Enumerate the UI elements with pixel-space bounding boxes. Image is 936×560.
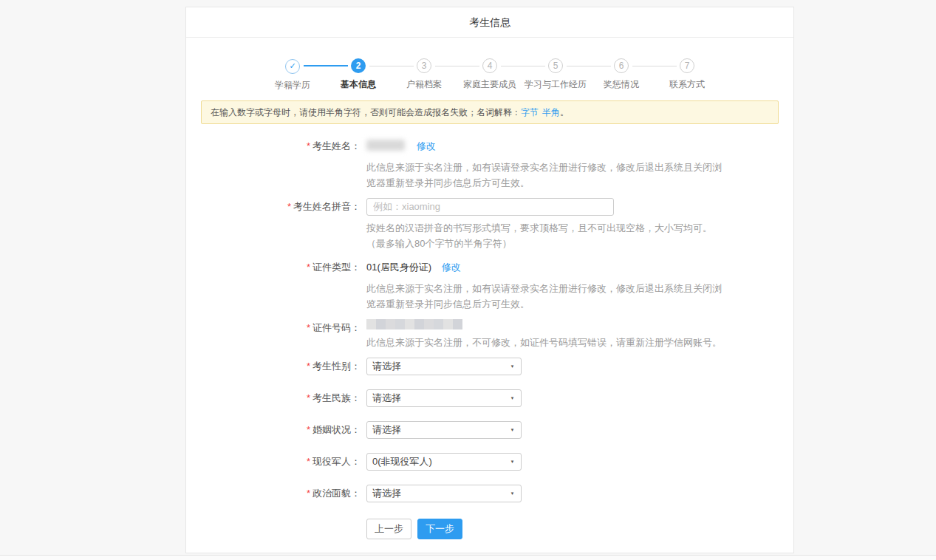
field-ethnicity: *考生民族： 请选择	[201, 389, 779, 407]
gender-select-wrapper: 请选择	[366, 358, 522, 375]
political-status-label: *政治面貌：	[201, 485, 361, 502]
step-3-huji-dangan: 3 户籍档案	[392, 58, 457, 92]
ethnicity-label: *考生民族：	[201, 389, 361, 407]
marital-status-label: *婚姻状况：	[201, 421, 361, 439]
marital-status-select[interactable]: 请选择	[366, 421, 522, 439]
previous-step-button[interactable]: 上一步	[366, 519, 411, 539]
required-mark: *	[307, 140, 310, 151]
field-id-number: *证件号码： 此信息来源于实名注册，不可修改，如证件号码填写错误，请重新注册学信…	[201, 319, 779, 350]
name-pinyin-input[interactable]	[366, 198, 614, 216]
step-7-contact: 7 联系方式	[655, 58, 720, 92]
required-mark: *	[287, 201, 291, 212]
required-mark: *	[307, 456, 310, 467]
step-3-number: 3	[417, 58, 431, 73]
step-1-xueji-xueli: ✓ 学籍学历	[260, 58, 326, 92]
step-4-number: 4	[482, 58, 497, 73]
notice-suffix: 。	[560, 107, 569, 117]
id-type-label: *证件类型：	[201, 259, 361, 312]
military-select-wrapper: 0(非现役军人)	[366, 453, 522, 471]
required-mark: *	[307, 361, 310, 372]
id-type-value: 01(居民身份证)	[366, 262, 431, 273]
marital-select-wrapper: 请选择	[366, 421, 522, 439]
gender-select[interactable]: 请选择	[366, 358, 522, 375]
notice-text: 在输入数字或字母时，请使用半角字符，否则可能会造成报名失败；名词解释：	[211, 107, 521, 117]
ethnicity-select[interactable]: 请选择	[366, 389, 522, 407]
footer-divider	[0, 555, 936, 560]
halfwidth-glossary-link[interactable]: 半角	[542, 107, 560, 117]
form-actions: 上一步 下一步	[366, 519, 779, 539]
panel-body: ✓ 学籍学历 2 基本信息 3 户籍档案 4 家庭主要成员 5 学习与工作经历 …	[186, 58, 793, 553]
masked-id-number	[366, 319, 462, 329]
step-label: 学籍学历	[260, 79, 326, 92]
required-mark: *	[307, 488, 310, 499]
id-number-help: 此信息来源于实名注册，不可修改，如证件号码填写错误，请重新注册学信网账号。	[366, 335, 722, 350]
halfwidth-warning-bar: 在输入数字或字母时，请使用半角字符，否则可能会造成报名失败；名词解释：字节半角。	[201, 100, 779, 124]
ethnicity-select-wrapper: 请选择	[366, 389, 522, 407]
step-label: 家庭主要成员	[457, 78, 523, 91]
step-label: 基本信息	[326, 78, 392, 91]
byte-glossary-link[interactable]: 字节	[521, 107, 539, 117]
candidate-name-label: *考生姓名：	[201, 137, 361, 191]
candidate-name-help: 此信息来源于实名注册，如有误请登录实名注册进行修改，修改后退出系统且关闭浏览器重…	[366, 160, 730, 191]
step-label: 户籍档案	[392, 78, 457, 91]
field-candidate-name: *考生姓名： 修改 此信息来源于实名注册，如有误请登录实名注册进行修改，修改后退…	[201, 137, 779, 191]
candidate-info-panel: 考生信息 ✓ 学籍学历 2 基本信息 3 户籍档案 4 家庭主要成员 5 学习与…	[185, 7, 794, 553]
step-6-number: 6	[614, 58, 629, 73]
basic-info-form: *考生姓名： 修改 此信息来源于实名注册，如有误请登录实名注册进行修改，修改后退…	[201, 137, 779, 539]
step-label: 奖惩情况	[589, 78, 655, 91]
political-select-wrapper: 请选择	[366, 485, 522, 502]
field-name-pinyin: *考生姓名拼音： 按姓名的汉语拼音的书写形式填写，要求顶格写，且不可出现空格，大…	[201, 198, 779, 251]
step-6-rewards-punishments: 6 奖惩情况	[589, 58, 655, 92]
modify-id-type-link[interactable]: 修改	[442, 262, 461, 273]
masked-candidate-name	[366, 140, 405, 151]
required-mark: *	[307, 392, 310, 403]
step-5-number: 5	[548, 58, 563, 73]
name-pinyin-label: *考生姓名拼音：	[201, 198, 361, 251]
step-label: 联系方式	[655, 78, 720, 91]
page-title: 考生信息	[186, 7, 793, 38]
id-number-label: *证件号码：	[201, 319, 361, 350]
modify-name-link[interactable]: 修改	[417, 140, 436, 151]
field-marital-status: *婚姻状况： 请选择	[201, 421, 779, 439]
field-gender: *考生性别： 请选择	[201, 358, 779, 375]
step-2-basic-info: 2 基本信息	[326, 58, 392, 92]
step-7-number: 7	[680, 58, 694, 73]
next-step-button[interactable]: 下一步	[417, 519, 462, 539]
political-status-select[interactable]: 请选择	[366, 485, 522, 502]
step-wizard: ✓ 学籍学历 2 基本信息 3 户籍档案 4 家庭主要成员 5 学习与工作经历 …	[201, 58, 779, 92]
id-type-help: 此信息来源于实名注册，如有误请登录实名注册进行修改，修改后退出系统且关闭浏览器重…	[366, 281, 730, 312]
field-political-status: *政治面貌： 请选择	[201, 485, 779, 502]
step-5-study-work: 5 学习与工作经历	[523, 58, 589, 92]
military-status-select[interactable]: 0(非现役军人)	[366, 453, 522, 471]
gender-label: *考生性别：	[201, 358, 361, 375]
field-id-type: *证件类型： 01(居民身份证) 修改 此信息来源于实名注册，如有误请登录实名注…	[201, 259, 779, 312]
military-status-label: *现役军人：	[201, 453, 361, 471]
step-2-number: 2	[351, 58, 366, 73]
step-4-family-members: 4 家庭主要成员	[457, 58, 523, 92]
required-mark: *	[307, 322, 310, 333]
step-1-check-icon: ✓	[285, 59, 300, 74]
required-mark: *	[307, 262, 310, 273]
name-pinyin-help: 按姓名的汉语拼音的书写形式填写，要求顶格写，且不可出现空格，大小写均可。（最多输…	[366, 220, 730, 251]
field-military-status: *现役军人： 0(非现役军人)	[201, 453, 779, 471]
required-mark: *	[307, 424, 310, 435]
step-label: 学习与工作经历	[523, 78, 589, 91]
